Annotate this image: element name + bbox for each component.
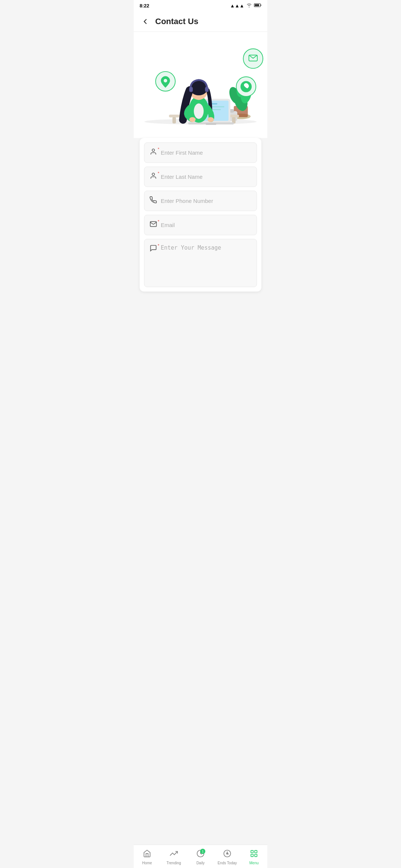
svg-rect-14	[172, 117, 176, 124]
trending-label: Trending	[166, 861, 181, 865]
svg-point-39	[152, 173, 155, 175]
person-icon: *	[150, 148, 157, 157]
svg-point-31	[208, 117, 214, 122]
daily-label: Daily	[196, 861, 205, 865]
menu-label: Menu	[249, 861, 258, 865]
email-input[interactable]	[161, 222, 251, 228]
svg-rect-45	[251, 854, 253, 857]
nav-ends-today[interactable]: Ends Today	[214, 848, 241, 867]
email-icon: *	[150, 220, 157, 230]
svg-point-35	[164, 79, 167, 82]
nav-trending[interactable]: Trending	[160, 848, 187, 867]
message-field[interactable]: *	[144, 239, 257, 287]
svg-rect-44	[255, 851, 257, 853]
svg-rect-43	[251, 851, 253, 853]
daily-badge: 1	[200, 849, 205, 854]
phone-input[interactable]	[161, 198, 251, 204]
home-icon	[143, 849, 151, 860]
last-name-input[interactable]	[161, 174, 251, 180]
message-input[interactable]	[161, 244, 251, 282]
required-indicator-2: *	[158, 171, 159, 175]
nav-menu[interactable]: Menu	[241, 848, 267, 867]
svg-point-25	[194, 103, 203, 119]
daily-icon: 1	[196, 849, 205, 860]
status-icons: ▲▲▲	[230, 3, 261, 9]
page-title: Contact Us	[155, 17, 198, 26]
battery-icon	[254, 3, 261, 9]
svg-rect-29	[205, 87, 208, 92]
svg-rect-2	[261, 4, 261, 6]
bottom-nav: Home Trending 1 Daily Ends	[134, 845, 267, 868]
required-indicator-4: *	[158, 243, 159, 248]
clock-icon	[223, 849, 231, 860]
contact-form: * *	[140, 138, 261, 292]
status-bar: 8:22 ▲▲▲	[134, 0, 267, 11]
svg-point-42	[226, 853, 228, 854]
phone-field[interactable]	[144, 191, 257, 211]
required-indicator-3: *	[158, 219, 159, 224]
first-name-field[interactable]: *	[144, 142, 257, 163]
hero-illustration	[137, 39, 264, 131]
signal-icon: ▲▲▲	[230, 3, 244, 9]
email-field[interactable]: *	[144, 215, 257, 235]
svg-rect-23	[206, 124, 216, 125]
trending-icon	[170, 849, 178, 860]
svg-point-30	[189, 117, 196, 122]
home-label: Home	[142, 861, 152, 865]
main-content: * *	[134, 32, 267, 868]
phone-icon	[150, 196, 157, 206]
person-icon-2: *	[150, 172, 157, 181]
back-button[interactable]	[140, 16, 151, 27]
svg-rect-1	[255, 4, 259, 6]
nav-daily[interactable]: 1 Daily	[187, 848, 214, 867]
svg-rect-28	[189, 87, 193, 92]
first-name-input[interactable]	[161, 149, 251, 156]
svg-point-38	[152, 149, 155, 151]
status-time: 8:22	[140, 3, 149, 9]
chat-icon: *	[150, 244, 157, 254]
last-name-field[interactable]: *	[144, 167, 257, 187]
nav-home[interactable]: Home	[134, 848, 160, 867]
hero-section	[134, 32, 267, 138]
required-indicator: *	[158, 147, 159, 151]
wifi-icon	[246, 3, 252, 9]
svg-rect-46	[255, 854, 257, 857]
header: Contact Us	[134, 11, 267, 32]
menu-icon	[250, 849, 258, 860]
ends-today-label: Ends Today	[218, 861, 237, 865]
